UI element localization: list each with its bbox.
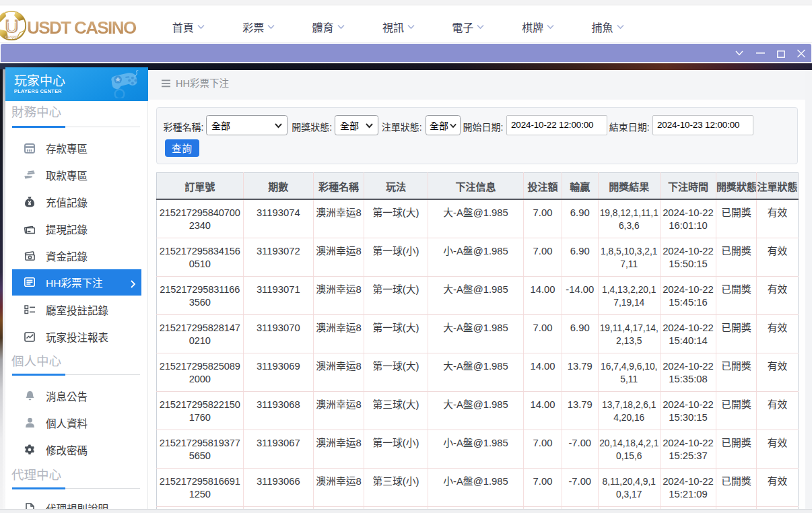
svg-text:U: U: [7, 20, 16, 34]
svg-text:CASINO: CASINO: [5, 35, 19, 39]
